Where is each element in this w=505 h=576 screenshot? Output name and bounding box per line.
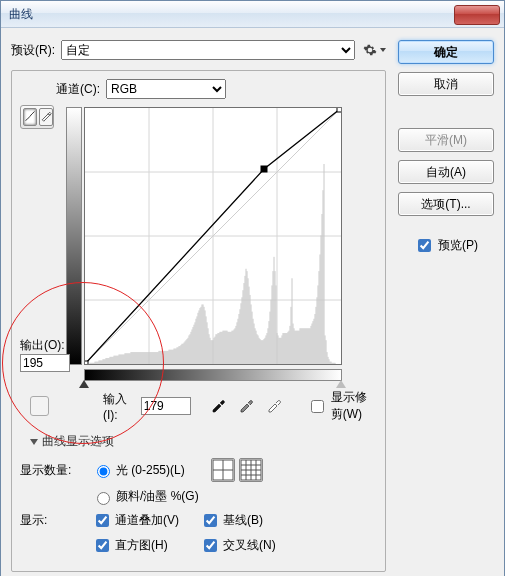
pencil-tool-icon bbox=[40, 110, 52, 125]
smooth-button[interactable]: 平滑(M) bbox=[398, 128, 494, 152]
eyedropper-black-icon bbox=[210, 397, 226, 416]
input-black-slider[interactable] bbox=[79, 380, 89, 388]
show-clipping-label: 显示修剪(W) bbox=[331, 389, 377, 423]
show-baseline-checkbox[interactable]: 基线(B) bbox=[200, 511, 300, 530]
amount-light-radio[interactable]: 光 (0-255)(L) bbox=[92, 462, 185, 479]
titlebar: 曲线 bbox=[1, 1, 504, 28]
grid-detailed-button[interactable] bbox=[239, 458, 263, 482]
input-white-slider[interactable] bbox=[336, 380, 346, 388]
svg-rect-8 bbox=[337, 108, 341, 112]
chevron-down-icon bbox=[380, 48, 386, 52]
curves-dialog: 曲线 预设(R): 自定 bbox=[0, 0, 505, 576]
show-histogram-checkbox[interactable]: 直方图(H) bbox=[92, 536, 192, 555]
input-gradient bbox=[84, 369, 342, 381]
grid-4-icon bbox=[212, 470, 234, 484]
amount-light-label: 光 (0-255)(L) bbox=[116, 462, 185, 479]
show-overlay-checkbox[interactable]: 通道叠加(V) bbox=[92, 511, 192, 530]
close-button[interactable] bbox=[454, 5, 500, 25]
target-adjust-tool[interactable] bbox=[30, 396, 49, 416]
chevron-down-icon bbox=[30, 439, 38, 445]
curve-pencil-tool[interactable] bbox=[39, 108, 53, 126]
grid-simple-button[interactable] bbox=[211, 458, 235, 482]
preview-checkbox[interactable]: 预览(P) bbox=[398, 236, 494, 255]
svg-rect-7 bbox=[85, 361, 88, 364]
disclosure-label: 曲线显示选项 bbox=[42, 433, 114, 450]
output-label: 输出(O): bbox=[20, 337, 74, 354]
show-crossline-checkbox[interactable]: 交叉线(N) bbox=[200, 536, 300, 555]
preset-select[interactable]: 自定 bbox=[61, 40, 355, 60]
eyedropper-white-icon bbox=[266, 397, 282, 416]
curve-tool-icon bbox=[24, 110, 36, 125]
input-field[interactable] bbox=[141, 397, 191, 415]
curve-panel: 通道(C): RGB bbox=[11, 70, 386, 572]
grid-10-icon bbox=[240, 470, 262, 484]
black-point-eyedropper[interactable] bbox=[209, 397, 227, 415]
gear-icon bbox=[361, 41, 379, 59]
white-point-eyedropper[interactable] bbox=[265, 397, 283, 415]
curve-graph[interactable] bbox=[84, 107, 342, 365]
ok-button[interactable]: 确定 bbox=[398, 40, 494, 64]
options-button[interactable]: 选项(T)... bbox=[398, 192, 494, 216]
input-label: 输入(I): bbox=[103, 391, 133, 422]
dialog-title: 曲线 bbox=[9, 6, 33, 23]
gray-point-eyedropper[interactable] bbox=[237, 397, 255, 415]
show-clipping-checkbox[interactable]: 显示修剪(W) bbox=[307, 389, 377, 423]
amount-label: 显示数量: bbox=[20, 462, 84, 479]
amount-ink-radio[interactable]: 颜料/油墨 %(G) bbox=[92, 488, 199, 505]
eyedropper-gray-icon bbox=[238, 397, 254, 416]
auto-button[interactable]: 自动(A) bbox=[398, 160, 494, 184]
preset-label: 预设(R): bbox=[11, 42, 55, 59]
svg-rect-9 bbox=[261, 166, 267, 172]
display-options-disclosure[interactable]: 曲线显示选项 bbox=[30, 433, 377, 450]
amount-ink-label: 颜料/油墨 %(G) bbox=[116, 488, 199, 505]
preview-label: 预览(P) bbox=[438, 237, 478, 254]
channel-select[interactable]: RGB bbox=[106, 79, 226, 99]
output-field[interactable] bbox=[20, 354, 70, 372]
curve-tool-stack bbox=[20, 105, 54, 129]
preset-menu-button[interactable] bbox=[361, 41, 386, 59]
show-label: 显示: bbox=[20, 512, 84, 529]
curve-point-tool[interactable] bbox=[23, 108, 37, 126]
output-gradient bbox=[66, 107, 82, 365]
channel-label: 通道(C): bbox=[56, 81, 100, 98]
cancel-button[interactable]: 取消 bbox=[398, 72, 494, 96]
